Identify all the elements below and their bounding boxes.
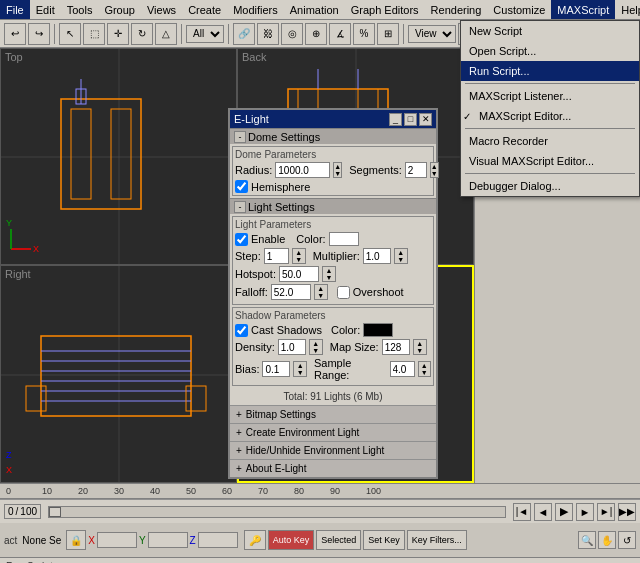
elight-close[interactable]: ✕ [419, 113, 432, 126]
light-settings-header[interactable]: - Light Settings [230, 198, 436, 214]
ruler-80: 80 [294, 486, 330, 496]
frame-end-btn[interactable]: ►| [597, 503, 615, 521]
menu-graph-editors[interactable]: Graph Editors [345, 0, 425, 19]
hemisphere-checkbox[interactable] [235, 180, 248, 193]
vp-nav-zoom[interactable]: 🔍 [578, 531, 596, 549]
ms-run-script[interactable]: Run Script... [461, 61, 639, 81]
frame-start-btn[interactable]: |◄ [513, 503, 531, 521]
prev-frame-btn[interactable]: ◄ [534, 503, 552, 521]
light-color-box[interactable] [329, 232, 359, 246]
density-spin[interactable]: ▲▼ [309, 339, 323, 355]
tb-spinner-snap[interactable]: ⊞ [377, 23, 399, 45]
map-size-spin[interactable]: ▲▼ [413, 339, 427, 355]
map-size-input[interactable] [382, 339, 410, 355]
y-input[interactable] [148, 532, 188, 548]
tb-select[interactable]: ↖ [59, 23, 81, 45]
play-btn[interactable]: ▶ [555, 503, 573, 521]
tb-link[interactable]: 🔗 [233, 23, 255, 45]
tb-percent-snap[interactable]: % [353, 23, 375, 45]
svg-text:Y: Y [6, 218, 12, 228]
tb-sep1 [54, 24, 55, 44]
tb-redo[interactable]: ↪ [28, 23, 50, 45]
ms-macro-recorder[interactable]: Macro Recorder [461, 131, 639, 151]
menu-edit[interactable]: Edit [30, 0, 61, 19]
tb-move[interactable]: ✛ [107, 23, 129, 45]
create-env-light-btn[interactable]: + Create Environment Light [230, 423, 436, 441]
timeline-thumb[interactable] [49, 507, 61, 517]
tb-select-region[interactable]: ⬚ [83, 23, 105, 45]
enable-checkbox[interactable] [235, 233, 248, 246]
viewport-top[interactable]: Top X Y [0, 48, 237, 265]
multiplier-spin[interactable]: ▲▼ [394, 248, 408, 264]
vp-nav-pan[interactable]: ✋ [598, 531, 616, 549]
tb-rotate[interactable]: ↻ [131, 23, 153, 45]
falloff-input[interactable] [271, 284, 311, 300]
auto-key-btn[interactable]: Auto Key [268, 530, 315, 550]
viewport-right[interactable]: Right X Z [0, 265, 237, 483]
segments-input[interactable] [405, 162, 427, 178]
bias-input[interactable] [262, 361, 290, 377]
tb-undo[interactable]: ↩ [4, 23, 26, 45]
overshoot-checkbox[interactable] [337, 286, 350, 299]
density-input[interactable] [278, 339, 306, 355]
menu-customize[interactable]: Customize [487, 0, 551, 19]
tb-unlink[interactable]: ⛓ [257, 23, 279, 45]
ms-new-script[interactable]: New Script [461, 21, 639, 41]
elight-maximize[interactable]: □ [404, 113, 417, 126]
segments-spin[interactable]: ▲▼ [430, 162, 439, 178]
menu-file[interactable]: File [0, 0, 30, 19]
step-spin[interactable]: ▲▼ [292, 248, 306, 264]
hide-unhide-btn[interactable]: + Hide/Unhide Environment Light [230, 441, 436, 459]
set-key-btn[interactable]: Set Key [363, 530, 405, 550]
radius-spin[interactable]: ▲▼ [333, 162, 342, 178]
sample-range-spin[interactable]: ▲▼ [418, 361, 431, 377]
about-elight-btn[interactable]: + About E-Light [230, 459, 436, 477]
step-input[interactable] [264, 248, 289, 264]
key-icon-btn[interactable]: 🔑 [244, 530, 266, 550]
tb-scale[interactable]: △ [155, 23, 177, 45]
tb-bind[interactable]: ◎ [281, 23, 303, 45]
key-filters-btn[interactable]: Key Filters... [407, 530, 467, 550]
vp-nav-orbit[interactable]: ↺ [618, 531, 636, 549]
frame-total: 100 [20, 506, 37, 517]
timeline-slider[interactable] [48, 506, 506, 518]
cast-shadows-checkbox[interactable] [235, 324, 248, 337]
menu-create[interactable]: Create [182, 0, 227, 19]
tb-view-select[interactable]: View [408, 25, 456, 43]
tb-angle-snap[interactable]: ∡ [329, 23, 351, 45]
hotspot-spin[interactable]: ▲▼ [322, 266, 336, 282]
menu-maxscript[interactable]: MAXScript [551, 0, 615, 19]
ms-debugger[interactable]: Debugger Dialog... [461, 176, 639, 196]
ms-open-script[interactable]: Open Script... [461, 41, 639, 61]
ms-listener[interactable]: MAXScript Listener... [461, 86, 639, 106]
ms-visual-editor[interactable]: Visual MAXScript Editor... [461, 151, 639, 171]
multiplier-input[interactable] [363, 248, 391, 264]
z-input[interactable] [198, 532, 238, 548]
menu-group[interactable]: Group [98, 0, 141, 19]
shadow-color-box[interactable] [363, 323, 393, 337]
light-settings-label: Light Settings [248, 201, 315, 213]
play-reverse-btn[interactable]: ▶▶ [618, 503, 636, 521]
ms-editor[interactable]: ✓ MAXScript Editor... [461, 106, 639, 126]
elight-minimize[interactable]: _ [389, 113, 402, 126]
hotspot-input[interactable] [279, 266, 319, 282]
tb-all-select[interactable]: All [186, 25, 224, 43]
radius-input[interactable] [275, 162, 330, 178]
menu-help[interactable]: Help [615, 0, 640, 19]
menu-rendering[interactable]: Rendering [425, 0, 488, 19]
dome-settings-header[interactable]: - Dome Settings [230, 128, 436, 144]
menu-views[interactable]: Views [141, 0, 182, 19]
sample-range-input[interactable] [390, 361, 415, 377]
menu-animation[interactable]: Animation [284, 0, 345, 19]
menu-tools[interactable]: Tools [61, 0, 99, 19]
expand-bitmap-icon: + [236, 409, 242, 420]
menu-modifiers[interactable]: Modifiers [227, 0, 284, 19]
tb-snap[interactable]: ⊕ [305, 23, 327, 45]
x-input[interactable] [97, 532, 137, 548]
bias-spin[interactable]: ▲▼ [293, 361, 306, 377]
next-frame-btn[interactable]: ► [576, 503, 594, 521]
bitmap-settings-btn[interactable]: + Bitmap Settings [230, 405, 436, 423]
lock-btn[interactable]: 🔒 [66, 530, 86, 550]
falloff-spin[interactable]: ▲▼ [314, 284, 328, 300]
selected-btn[interactable]: Selected [316, 530, 361, 550]
